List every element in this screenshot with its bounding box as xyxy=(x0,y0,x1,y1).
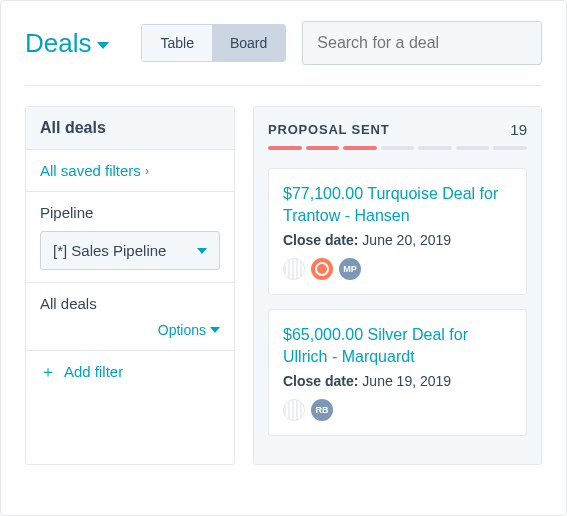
column-title: PROPOSAL SENT xyxy=(268,122,389,137)
search-input[interactable] xyxy=(302,21,542,65)
deal-title-link[interactable]: $77,100.00 Turquoise Deal for Trantow - … xyxy=(283,183,512,226)
options-label: Options xyxy=(158,322,206,338)
deal-avatars: RB xyxy=(283,399,512,421)
deal-title-link[interactable]: $65,000.00 Silver Deal for Ullrich - Mar… xyxy=(283,324,512,367)
caret-down-icon xyxy=(97,42,109,49)
deal-avatars: MP xyxy=(283,258,512,280)
avatar: MP xyxy=(339,258,361,280)
view-board-button[interactable]: Board xyxy=(212,25,285,61)
view-table-button[interactable]: Table xyxy=(142,25,211,61)
add-filter-label: Add filter xyxy=(64,363,123,380)
add-filter-button[interactable]: ＋ Add filter xyxy=(40,363,220,380)
sidebar-header: All deals xyxy=(26,107,234,150)
avatar-placeholder-icon xyxy=(283,258,305,280)
all-deals-label: All deals xyxy=(40,295,220,312)
caret-down-icon xyxy=(197,248,207,254)
chevron-right-icon: › xyxy=(145,164,149,178)
page-title-dropdown[interactable]: Deals xyxy=(25,28,109,59)
plus-icon: ＋ xyxy=(40,364,56,380)
saved-filters-link[interactable]: All saved filters › xyxy=(40,162,220,179)
close-date: Close date: June 19, 2019 xyxy=(283,373,512,389)
stage-progress xyxy=(268,146,527,150)
options-dropdown[interactable]: Options xyxy=(158,322,220,338)
divider xyxy=(25,85,542,86)
avatar: RB xyxy=(311,399,333,421)
filters-sidebar: All deals All saved filters › Pipeline [… xyxy=(25,106,235,465)
pipeline-label: Pipeline xyxy=(40,204,220,221)
avatar-placeholder-icon xyxy=(283,399,305,421)
deal-card[interactable]: $77,100.00 Turquoise Deal for Trantow - … xyxy=(268,168,527,295)
page-title-text: Deals xyxy=(25,28,91,59)
close-date: Close date: June 20, 2019 xyxy=(283,232,512,248)
pipeline-value: [*] Sales Pipeline xyxy=(53,242,166,259)
deal-card[interactable]: $65,000.00 Silver Deal for Ullrich - Mar… xyxy=(268,309,527,436)
board-column: PROPOSAL SENT 19 $77,100.00 Turquoise De… xyxy=(253,106,542,465)
view-toggle: Table Board xyxy=(141,24,286,62)
pipeline-select[interactable]: [*] Sales Pipeline xyxy=(40,231,220,270)
column-count: 19 xyxy=(510,121,527,138)
saved-filters-label: All saved filters xyxy=(40,162,141,179)
caret-down-icon xyxy=(210,327,220,333)
hubspot-icon xyxy=(311,258,333,280)
